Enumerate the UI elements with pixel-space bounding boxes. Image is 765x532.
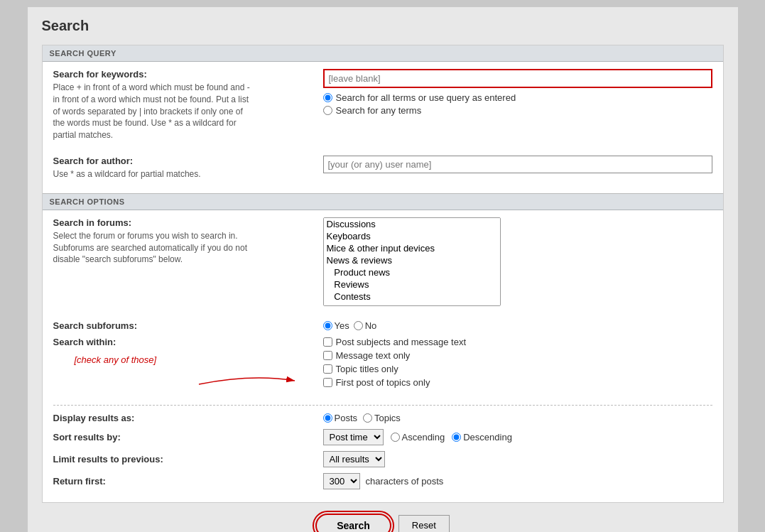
search-query-header: SEARCH QUERY: [43, 45, 723, 62]
author-row: Search for author: Use * as a wildcard f…: [53, 156, 712, 186]
search-box: SEARCH QUERY Search for keywords: Place …: [42, 45, 724, 503]
display-results-label: Display results as:: [53, 413, 323, 423]
display-posts-text: Posts: [335, 413, 358, 423]
return-first-select[interactable]: 100 200 300 400 500: [323, 473, 360, 489]
search-any-terms-radio[interactable]: [323, 106, 332, 115]
forum-option-news[interactable]: News & reviews: [324, 254, 500, 266]
forum-option-keyboards[interactable]: Keyboards: [324, 230, 500, 242]
search-all-terms-option: Search for all terms or use query as ent…: [323, 92, 712, 103]
author-input[interactable]: [323, 156, 712, 173]
display-posts-radio[interactable]: [323, 413, 332, 423]
subforums-yes-label: Yes: [323, 320, 349, 331]
limit-results-row: Limit results to previous: All results 1…: [53, 451, 712, 467]
display-posts-label: Posts: [323, 413, 358, 423]
return-first-row: Return first: 100 200 300 400 500 charac…: [53, 473, 712, 489]
sort-results-label: Sort results by:: [53, 432, 323, 443]
display-topics-text: Topics: [374, 413, 401, 423]
subforums-inputs: Yes No: [323, 320, 712, 331]
search-query-body: Search for keywords: Place + in front of…: [43, 62, 723, 193]
sort-descending-radio[interactable]: [452, 433, 461, 442]
keywords-row: Search for keywords: Place + in front of…: [53, 69, 712, 147]
search-options-body: Search in forums: Select the forum or fo…: [43, 210, 723, 502]
search-button[interactable]: Search: [315, 514, 391, 532]
author-label-col: Search for author: Use * as a wildcard f…: [53, 156, 323, 180]
search-within-label: Search within:: [53, 337, 313, 347]
forum-option-contests[interactable]: Contests: [324, 291, 500, 303]
return-first-label: Return first:: [53, 476, 323, 487]
search-terms-group: Search for all terms or use query as ent…: [323, 92, 712, 116]
author-desc: Use * as a wildcard for partial matches.: [53, 168, 313, 180]
subforums-row: Search subforums: Yes No: [53, 320, 712, 331]
page-title: Search: [42, 14, 724, 38]
keywords-label: Search for keywords:: [53, 69, 313, 80]
sort-results-inputs: Post time Author Subject Forum Ascending…: [323, 429, 512, 445]
search-all-terms-label: Search for all terms or use query as ent…: [336, 92, 516, 103]
author-input-col: [323, 156, 712, 173]
within-topic-titles-checkbox[interactable]: [323, 364, 332, 374]
within-first-post: First post of topics only: [323, 377, 712, 388]
limit-results-select[interactable]: All results 1 day 7 days 2 weeks 1 month…: [323, 451, 385, 467]
search-all-terms-radio[interactable]: [323, 93, 332, 102]
sort-ascending-label: Ascending: [391, 432, 445, 443]
within-topic-titles-label: Topic titles only: [336, 364, 398, 374]
display-results-row: Display results as: Posts Topics: [53, 413, 712, 423]
subforums-no-text: No: [365, 320, 377, 331]
forums-row: Search in forums: Select the forum or fo…: [53, 217, 712, 312]
limit-results-inputs: All results 1 day 7 days 2 weeks 1 month…: [323, 451, 385, 467]
sort-ascending-text: Ascending: [402, 432, 445, 443]
search-any-terms-option: Search for any terms: [323, 105, 712, 116]
search-any-terms-label: Search for any terms: [336, 105, 422, 116]
within-first-post-label: First post of topics only: [336, 377, 430, 388]
subforums-no-radio[interactable]: [354, 321, 363, 330]
reset-button[interactable]: Reset: [398, 515, 450, 532]
search-within-label-col: Search within: [check any of those]: [53, 337, 323, 365]
annotation-container: [check any of those]: [53, 354, 313, 365]
within-post-subjects-checkbox[interactable]: [323, 337, 332, 347]
within-message-text-checkbox[interactable]: [323, 351, 332, 360]
keywords-input-col: Search for all terms or use query as ent…: [323, 69, 712, 118]
search-options-header: SEARCH OPTIONS: [43, 194, 723, 210]
search-within-row: Search within: [check any of those]: [53, 337, 712, 396]
return-first-inputs: 100 200 300 400 500 characters of posts: [323, 473, 444, 489]
page-container: Search SEARCH QUERY Search for keywords:…: [28, 7, 738, 532]
search-within-inputs: Post subjects and message text Message t…: [323, 337, 712, 391]
bottom-divider: [53, 405, 712, 406]
sort-results-row: Sort results by: Post time Author Subjec…: [53, 429, 712, 445]
forums-input-col: Discussions Keyboards Mice & other input…: [323, 217, 712, 306]
sort-ascending-radio[interactable]: [391, 433, 400, 442]
display-topics-label: Topics: [363, 413, 401, 423]
forum-option-mice[interactable]: Mice & other input devices: [324, 242, 500, 254]
subforums-label: Search subforums:: [53, 320, 323, 331]
sort-descending-label: Descending: [452, 432, 512, 443]
forums-listbox[interactable]: Discussions Keyboards Mice & other input…: [323, 217, 501, 306]
annotation-arrow: [195, 370, 302, 398]
subforums-yes-radio[interactable]: [323, 321, 332, 330]
within-message-text: Message text only: [323, 350, 712, 361]
within-first-post-checkbox[interactable]: [323, 378, 332, 387]
sort-descending-text: Descending: [463, 432, 512, 443]
within-topic-titles: Topic titles only: [323, 364, 712, 374]
forum-option-product-news[interactable]: Product news: [324, 266, 500, 278]
limit-results-label: Limit results to previous:: [53, 454, 323, 465]
within-post-subjects-label: Post subjects and message text: [336, 337, 467, 347]
display-topics-radio[interactable]: [363, 413, 372, 423]
subforums-no-label: No: [354, 320, 377, 331]
listbox-wrapper: Discussions Keyboards Mice & other input…: [323, 217, 712, 306]
subforums-yes-text: Yes: [335, 320, 349, 331]
forum-option-other-news[interactable]: Other news: [324, 303, 500, 306]
keywords-label-col: Search for keywords: Place + in front of…: [53, 69, 323, 141]
within-post-subjects: Post subjects and message text: [323, 337, 712, 347]
sort-results-select[interactable]: Post time Author Subject Forum: [323, 429, 384, 445]
annotation-text: [check any of those]: [75, 354, 157, 365]
author-label: Search for author:: [53, 156, 313, 166]
forums-label-col: Search in forums: Select the forum or fo…: [53, 217, 323, 266]
keywords-desc: Place + in front of a word which must be…: [53, 82, 313, 141]
keywords-input[interactable]: [323, 69, 712, 88]
return-first-suffix: characters of posts: [366, 476, 444, 487]
forum-option-reviews[interactable]: Reviews: [324, 278, 500, 291]
forum-option-discussions[interactable]: Discussions: [324, 218, 500, 230]
within-message-text-label: Message text only: [336, 350, 411, 361]
forums-label: Search in forums:: [53, 217, 313, 228]
display-results-inputs: Posts Topics: [323, 413, 401, 423]
footer-buttons: Search Reset: [42, 514, 724, 532]
